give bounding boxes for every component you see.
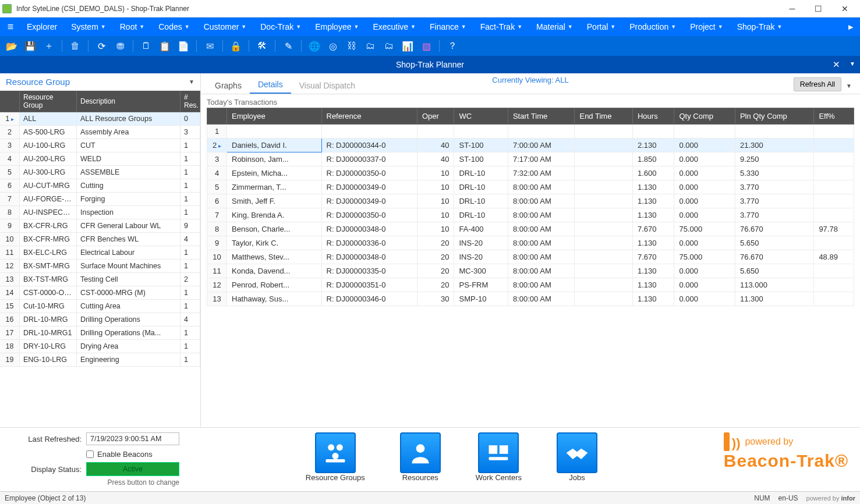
resource-group-row[interactable]: 1ALLALL Resource Groups0 [0,112,200,126]
col-end-time[interactable]: End Time [575,108,632,125]
resource-group-row[interactable]: 14CST-0000-ORGCST-0000-MRG (M)1 [0,286,200,300]
resource-group-row[interactable]: 16DRL-10-MRGDrilling Operations4 [0,313,200,326]
col-description[interactable]: Description [77,91,181,112]
refresh-all-button[interactable]: Refresh All [794,77,841,91]
resource-group-row[interactable]: 15Cut-10-MRGCutting Area1 [0,300,200,313]
filter-icon[interactable]: ⛃ [112,38,128,54]
clipboard-icon[interactable]: 📋 [157,38,173,54]
menu-explorer[interactable]: Explorer [20,17,64,36]
transaction-row[interactable]: 1 [207,125,854,139]
transaction-row[interactable]: 7King, Brenda A.R: DJ00000350-010DRL-108… [207,208,854,222]
col-num-res[interactable]: # Res. [181,91,200,112]
resource-group-row[interactable]: 4AU-200-LRGWELD1 [0,152,200,166]
chart-icon[interactable]: 📊 [399,38,416,54]
window-close-button[interactable]: ✕ [831,0,858,17]
menu-project[interactable]: Project▼ [683,17,730,36]
resource-group-row[interactable]: 11BX-ELC-LRGElectrical Labour1 [0,246,200,260]
resource-groups-button[interactable]: Resource Groups [306,432,365,482]
pen-icon[interactable]: ✎ [280,38,296,54]
resources-button[interactable]: Resources [400,432,441,482]
target-icon[interactable]: ◎ [325,38,341,54]
resource-group-row[interactable]: 9BX-CFR-LRGCFR General Labour WL9 [0,219,200,233]
col-employee[interactable]: Employee [227,108,322,125]
save-icon[interactable]: 💾 [22,38,38,54]
add-icon[interactable]: ＋ [41,38,57,54]
resource-group-row[interactable]: 2AS-500-LRGAssembly Area3 [0,126,200,139]
transaction-row[interactable]: 8Benson, Charle...R: DJ00000348-010FA-40… [207,222,854,236]
form-close-icon[interactable]: ✕ [833,59,840,70]
col-eff-[interactable]: Eff% [814,108,854,125]
transaction-row[interactable]: 12Penrod, Robert...R: DJ00000351-020PS-F… [207,278,854,292]
jobs-button[interactable]: Jobs [557,432,597,482]
menu-executive[interactable]: Executive▼ [366,17,423,36]
resource-group-row[interactable]: 3AU-100-LRGCUT1 [0,139,200,152]
transaction-row[interactable]: 9Taylor, Kirk C.R: DJ00000336-020INS-208… [207,236,854,250]
globe-icon[interactable]: 🌐 [306,38,323,54]
stack1-icon[interactable]: 🗂 [362,38,378,54]
transaction-row[interactable]: 4Epstein, Micha...R: DJ00000350-010DRL-1… [207,166,854,180]
transaction-row[interactable]: 13Hathaway, Sus...R: DJ00000346-030SMP-1… [207,292,854,306]
menu-system[interactable]: System▼ [64,17,113,36]
col-start-time[interactable]: Start Time [508,108,575,125]
transaction-row[interactable]: 3Robinson, Jam...R: DJ00000337-040ST-100… [207,152,854,166]
menu-material[interactable]: Material▼ [529,17,580,36]
lock-icon[interactable]: 🔒 [228,38,244,54]
resource-group-row[interactable]: 19ENG-10-LRGEngineering1 [0,353,200,367]
col-wc[interactable]: WC [454,108,508,125]
menu-shop-trak[interactable]: Shop-Trak▼ [730,17,790,36]
resource-group-caret-icon[interactable]: ▼ [189,79,194,85]
transaction-row[interactable]: 11Konda, Davend...R: DJ00000335-020MC-30… [207,264,854,278]
tab-details[interactable]: Details [250,76,291,94]
resource-group-row[interactable]: 18DRY-10-LRGDrying Area1 [0,340,200,353]
transaction-row[interactable]: 5Zimmerman, T...R: DJ00000349-010DRL-108… [207,180,854,194]
resource-group-row[interactable]: 5AU-300-LRGASSEMBLE1 [0,166,200,179]
dashboard-icon[interactable]: ▧ [418,38,434,54]
hamburger-icon[interactable]: ≡ [1,21,20,33]
last-refreshed-field[interactable] [86,432,179,445]
menu-codes[interactable]: Codes▼ [151,17,196,36]
transaction-row[interactable]: 2Daniels, David I.R: DJ00000344-040ST-10… [207,139,854,152]
resource-group-row[interactable]: 12BX-SMT-MRGSurface Mount Machines1 [0,260,200,273]
col-qty-comp[interactable]: Qty Comp [674,108,735,125]
transaction-row[interactable]: 6Smith, Jeff F.R: DJ00000349-010DRL-108:… [207,194,854,208]
work-centers-button[interactable]: Work Centers [476,432,522,482]
wrench-icon[interactable]: 🛠 [254,38,270,54]
enable-beacons-checkbox[interactable] [86,450,94,458]
resource-group-row[interactable]: 6AU-CUT-MRGCutting1 [0,179,200,193]
delete-icon[interactable]: 🗑 [67,38,83,54]
resource-group-row[interactable]: 7AU-FORGE-M...Forging1 [0,193,200,206]
menu-employee[interactable]: Employee▼ [308,17,366,36]
stack2-icon[interactable]: 🗂 [381,38,397,54]
menu-root[interactable]: Root▼ [113,17,152,36]
menu-production[interactable]: Production▼ [622,17,683,36]
display-status-button[interactable]: Active [86,462,179,476]
menu-portal[interactable]: Portal▼ [580,17,623,36]
col-oper[interactable]: Oper [417,108,454,125]
menu-doc-trak[interactable]: Doc-Trak▼ [253,17,308,36]
tab-graphs[interactable]: Graphs [207,77,250,94]
attach-icon[interactable]: 📄 [175,38,192,54]
mail-icon[interactable]: ✉ [201,38,218,54]
col-hours[interactable]: Hours [632,108,674,125]
transaction-row[interactable]: 10Matthews, Stev...R: DJ00000348-020INS-… [207,250,854,264]
resource-group-row[interactable]: 13BX-TST-MRGTesting Cell2 [0,273,200,286]
menu-fact-trak[interactable]: Fact-Trak▼ [473,17,529,36]
resource-group-row[interactable]: 17DRL-10-MRG1Drilling Operations (Ma...1 [0,326,200,340]
chain-icon[interactable]: ⛓ [344,38,360,54]
help-icon[interactable]: ？ [444,38,461,54]
window-minimize-button[interactable]: ─ [779,0,805,17]
window-maximize-button[interactable]: ☐ [805,0,831,17]
open-folder-icon[interactable]: 📂 [3,38,20,54]
col-reference[interactable]: Reference [321,108,417,125]
notes-icon[interactable]: 🗒 [138,38,154,54]
col-pln-qty-comp[interactable]: Pln Qty Comp [735,108,813,125]
menu-customer[interactable]: Customer▼ [197,17,254,36]
tab-visual-dispatch[interactable]: Visual Dispatch [291,77,363,94]
refresh-all-caret-icon[interactable]: ▼ [844,80,854,91]
col-resource-group[interactable]: Resource Group [20,91,77,112]
menu-scroll-right-icon[interactable]: ▶ [843,23,859,31]
resource-group-row[interactable]: 8AU-INSPECT-...Inspection1 [0,206,200,219]
menu-finance[interactable]: Finance▼ [423,17,473,36]
refresh-icon[interactable]: ⟳ [93,38,109,54]
form-menu-caret-icon[interactable]: ▼ [850,61,855,67]
